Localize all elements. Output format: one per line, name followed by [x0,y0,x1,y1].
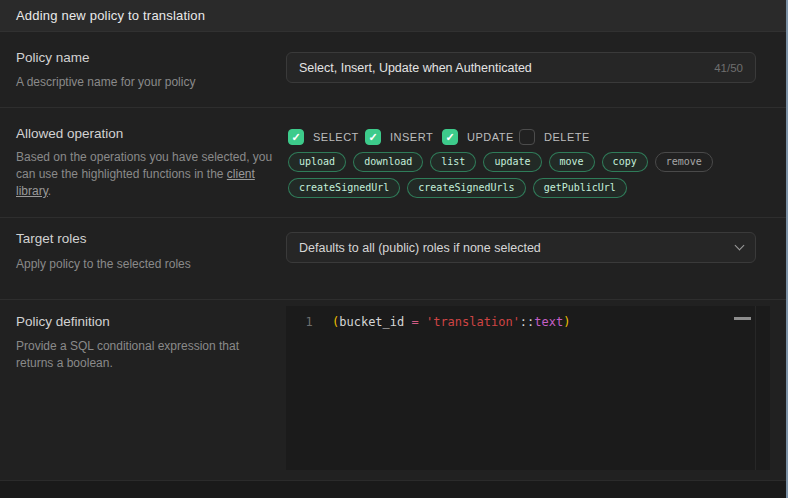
pill-upload: upload [288,152,346,172]
checkbox-icon: ✓ [519,129,535,145]
character-counter: 41/50 [714,62,743,74]
checkbox-icon: ✓ [365,129,381,145]
section-target-roles: Target roles Apply policy to the selecte… [0,219,788,300]
pill-move: move [549,152,595,172]
policy-name-label: Policy name [16,50,286,65]
target-roles-description: Apply policy to the selected roles [16,256,274,273]
pill-download: download [353,152,423,172]
pill-remove: remove [655,152,713,172]
section-allowed-operation: Allowed operation Based on the operation… [0,109,788,218]
checkbox-delete[interactable]: ✓ DELETE [519,129,596,145]
pill-get-public-url: getPublicUrl [533,178,627,198]
minimap-slider[interactable] [734,317,751,320]
target-roles-select[interactable]: Defaults to all (public) roles if none s… [286,232,756,263]
section-policy-definition: Policy definition Provide a SQL conditio… [0,301,788,480]
code-line: 1 (bucket_id = 'translation'::text) [286,313,750,331]
checkbox-select[interactable]: ✓ SELECT [288,129,365,145]
pill-list: list [430,152,476,172]
function-pill-row-1: upload download list update move copy re… [288,152,772,172]
checkbox-insert[interactable]: ✓ INSERT [365,129,442,145]
function-pill-row-2: createSignedUrl createSignedUrls getPubl… [288,178,772,198]
code-content: (bucket_id = 'translation'::text) [332,313,570,331]
operation-checkbox-group: ✓ SELECT ✓ INSERT ✓ UPDATE ✓ DELETE [288,129,772,145]
checkbox-icon: ✓ [442,129,458,145]
policy-name-value: Select, Insert, Update when Authenticate… [299,61,706,75]
pill-create-signed-url: createSignedUrl [288,178,400,198]
pill-update: update [483,152,541,172]
checkbox-label: DELETE [544,131,590,143]
allowed-operation-description: Based on the operations you have selecte… [16,149,274,200]
policy-definition-label: Policy definition [16,314,286,329]
checkbox-update[interactable]: ✓ UPDATE [442,129,519,145]
add-policy-panel: Adding new policy to translation Policy … [0,0,788,498]
editor-minimap [755,306,770,470]
chevron-down-icon [735,241,745,251]
policy-name-input[interactable]: Select, Insert, Update when Authenticate… [286,52,756,83]
description-text-end: . [48,184,51,198]
sql-code-editor[interactable]: 1 (bucket_id = 'translation'::text) [286,306,770,470]
target-roles-label: Target roles [16,231,286,246]
policy-name-description: A descriptive name for your policy [16,74,274,91]
panel-footer [0,480,788,498]
checkbox-label: UPDATE [467,131,514,143]
line-number: 1 [286,313,332,331]
checkbox-label: INSERT [390,131,433,143]
panel-header: Adding new policy to translation [0,0,788,32]
panel-title: Adding new policy to translation [16,8,205,23]
pill-copy: copy [602,152,648,172]
allowed-operation-label: Allowed operation [16,126,286,141]
policy-definition-description: Provide a SQL conditional expression tha… [16,338,252,372]
checkbox-icon: ✓ [288,129,304,145]
section-policy-name: Policy name A descriptive name for your … [0,33,788,108]
target-roles-selected-value: Defaults to all (public) roles if none s… [299,241,736,255]
checkbox-label: SELECT [313,131,359,143]
pill-create-signed-urls: createSignedUrls [407,178,525,198]
